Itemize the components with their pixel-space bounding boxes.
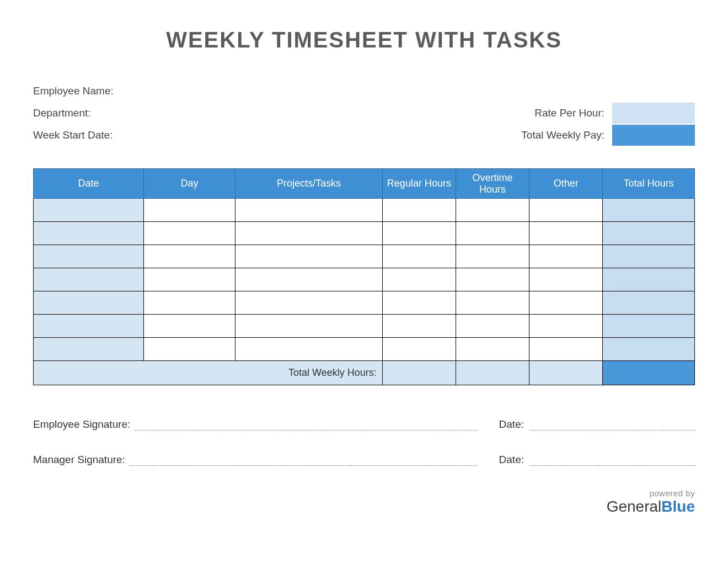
- regular-cell[interactable]: [382, 315, 456, 338]
- date-cell[interactable]: [34, 245, 144, 268]
- logo-text-left: General: [607, 498, 662, 515]
- table-row: [34, 199, 695, 222]
- regular-cell[interactable]: [382, 199, 456, 222]
- total-weekly-pay-label: Total Weekly Pay:: [521, 129, 604, 141]
- day-cell[interactable]: [143, 222, 235, 245]
- employee-sig-date-label: Date:: [499, 418, 524, 431]
- col-other-header: Other: [529, 169, 603, 199]
- department-label: Department:: [33, 107, 91, 119]
- other-cell[interactable]: [529, 268, 603, 291]
- rate-per-hour-label: Rate Per Hour:: [534, 107, 604, 119]
- col-proj-header: Projects/Tasks: [235, 169, 382, 199]
- overtime-cell[interactable]: [456, 268, 529, 291]
- powered-by-label: powered by: [33, 489, 695, 498]
- day-cell[interactable]: [143, 338, 235, 361]
- date-cell[interactable]: [34, 222, 144, 245]
- date-cell[interactable]: [34, 199, 144, 222]
- total-cell[interactable]: [603, 268, 695, 291]
- regular-cell[interactable]: [382, 291, 456, 315]
- meta-right: Rate Per Hour: Total Weekly Pay:: [521, 80, 695, 146]
- regular-cell[interactable]: [382, 245, 456, 268]
- total-cell[interactable]: [603, 291, 695, 315]
- table-row: [34, 291, 695, 315]
- projects-cell[interactable]: [235, 338, 382, 361]
- table-row: [34, 338, 695, 361]
- total-weekly-pay-field: [612, 125, 695, 146]
- meta-left: Employee Name: Department: Week Start Da…: [33, 80, 114, 146]
- table-row: [34, 245, 695, 268]
- week-start-label: Week Start Date:: [33, 129, 113, 141]
- logo-text-right: Blue: [661, 498, 695, 515]
- overtime-cell[interactable]: [456, 199, 529, 222]
- table-header-row: Date Day Projects/Tasks Regular Hours Ov…: [34, 169, 695, 199]
- col-total-header: Total Hours: [603, 169, 695, 199]
- manager-sig-date-line[interactable]: [529, 454, 695, 466]
- overtime-cell[interactable]: [456, 222, 529, 245]
- day-cell[interactable]: [143, 291, 235, 315]
- page-title: WEEKLY TIMESHEET WITH TASKS: [33, 28, 695, 52]
- projects-cell[interactable]: [235, 268, 382, 291]
- col-day-header: Day: [143, 169, 235, 199]
- day-cell[interactable]: [143, 315, 235, 338]
- regular-cell[interactable]: [382, 268, 456, 291]
- table-row: [34, 268, 695, 291]
- grand-total-cell: [603, 361, 695, 385]
- projects-cell[interactable]: [235, 222, 382, 245]
- projects-cell[interactable]: [235, 291, 382, 315]
- total-cell[interactable]: [603, 315, 695, 338]
- overtime-cell[interactable]: [456, 315, 529, 338]
- overtime-cell[interactable]: [456, 338, 529, 361]
- manager-signature-line[interactable]: [130, 454, 477, 466]
- total-cell[interactable]: [603, 245, 695, 268]
- overtime-cell[interactable]: [456, 245, 529, 268]
- table-footer-row: Total Weekly Hours:: [34, 361, 695, 385]
- manager-signature-row: Manager Signature: Date:: [33, 454, 695, 466]
- col-reg-header: Regular Hours: [382, 169, 456, 199]
- table-row: [34, 315, 695, 338]
- regular-cell[interactable]: [382, 338, 456, 361]
- other-cell[interactable]: [529, 245, 603, 268]
- manager-signature-label: Manager Signature:: [33, 454, 125, 466]
- branding: powered by GeneralBlue: [33, 489, 695, 515]
- other-cell[interactable]: [529, 315, 603, 338]
- employee-name-label: Employee Name:: [33, 85, 114, 97]
- total-cell[interactable]: [603, 222, 695, 245]
- col-ot-header: Overtime Hours: [456, 169, 529, 199]
- rate-per-hour-field[interactable]: [612, 103, 695, 124]
- table-row: [34, 222, 695, 245]
- other-cell[interactable]: [529, 199, 603, 222]
- projects-cell[interactable]: [235, 245, 382, 268]
- other-cell[interactable]: [529, 291, 603, 315]
- total-other-cell: [529, 361, 603, 385]
- manager-sig-date-label: Date:: [499, 454, 524, 466]
- other-cell[interactable]: [529, 222, 603, 245]
- other-cell[interactable]: [529, 338, 603, 361]
- employee-sig-date-line[interactable]: [529, 418, 695, 431]
- date-cell[interactable]: [34, 315, 144, 338]
- projects-cell[interactable]: [235, 315, 382, 338]
- day-cell[interactable]: [143, 268, 235, 291]
- employee-signature-label: Employee Signature:: [33, 418, 130, 431]
- employee-signature-line[interactable]: [135, 418, 477, 431]
- regular-cell[interactable]: [382, 222, 456, 245]
- total-cell[interactable]: [603, 199, 695, 222]
- timesheet-table: Date Day Projects/Tasks Regular Hours Ov…: [33, 168, 695, 385]
- total-overtime-cell: [456, 361, 529, 385]
- total-weekly-hours-label: Total Weekly Hours:: [34, 361, 383, 385]
- col-date-header: Date: [34, 169, 144, 199]
- generalblue-logo: GeneralBlue: [33, 498, 695, 516]
- total-regular-cell: [382, 361, 456, 385]
- meta-section: Employee Name: Department: Week Start Da…: [33, 80, 695, 146]
- date-cell[interactable]: [34, 338, 144, 361]
- day-cell[interactable]: [143, 199, 235, 222]
- employee-signature-row: Employee Signature: Date:: [33, 418, 695, 431]
- timesheet-document: WEEKLY TIMESHEET WITH TASKS Employee Nam…: [0, 0, 728, 527]
- overtime-cell[interactable]: [456, 291, 529, 315]
- signatures-section: Employee Signature: Date: Manager Signat…: [33, 418, 695, 466]
- day-cell[interactable]: [143, 245, 235, 268]
- date-cell[interactable]: [34, 268, 144, 291]
- projects-cell[interactable]: [235, 199, 382, 222]
- total-cell[interactable]: [603, 338, 695, 361]
- date-cell[interactable]: [34, 291, 144, 315]
